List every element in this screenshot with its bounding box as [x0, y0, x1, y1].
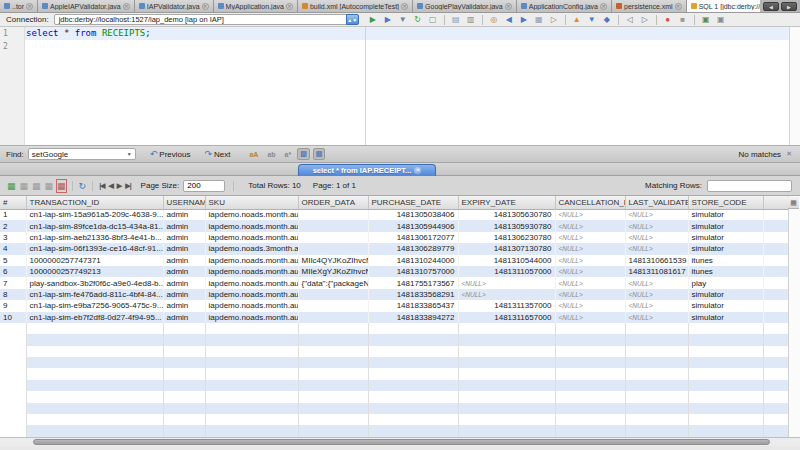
empty-table-cell: [458, 414, 555, 425]
close-tab-icon[interactable]: ✕: [26, 3, 33, 10]
close-tab-icon[interactable]: ✕: [123, 3, 130, 10]
insert-record-icon[interactable]: ▦: [20, 180, 29, 192]
open-file-icon[interactable]: ▤: [450, 14, 462, 26]
close-result-tab-icon[interactable]: ✕: [414, 167, 421, 174]
find-next-button[interactable]: ↷ Next: [204, 149, 230, 159]
page-size-input[interactable]: [183, 180, 225, 192]
editor-tab[interactable]: build.xml [AutocompleteTest]✕: [298, 0, 413, 12]
close-tab-icon[interactable]: ✕: [202, 3, 209, 10]
table-cell: MIIc4QYJKoZIhvcNAQc...: [298, 255, 368, 266]
find-icon[interactable]: ◎: [488, 14, 500, 26]
close-tab-icon[interactable]: ✕: [675, 3, 682, 10]
table-row[interactable]: 9cn1-iap-sim-e9ba7256-9065-475c-9...admi…: [0, 300, 788, 311]
sql-code-line[interactable]: select * from RECEIPTS;: [26, 27, 151, 40]
table-row[interactable]: 10cn1-iap-sim-eb7f2df8-0d27-4f94-95...ad…: [0, 312, 788, 323]
table-cell: admin: [163, 243, 205, 254]
next-match-icon[interactable]: ▶: [518, 14, 530, 26]
close-find-bar-icon[interactable]: ✕: [786, 150, 792, 158]
table-row[interactable]: 51000000257747371adminiapdemo.noads.mont…: [0, 255, 788, 266]
column-header[interactable]: SKU: [205, 196, 298, 209]
result-tab[interactable]: select * from IAP.RECEIPT... ✕: [298, 164, 436, 176]
run-macro-icon[interactable]: ■: [677, 14, 689, 26]
column-header[interactable]: STORE_CODE: [688, 196, 763, 209]
shift-right-icon[interactable]: ▷: [639, 14, 651, 26]
editor-tab[interactable]: ..tor✕: [0, 0, 38, 12]
editor-tab[interactable]: AppleIAPValidator.java✕: [38, 0, 135, 12]
editor-tab[interactable]: persistence.xml✕: [612, 0, 687, 12]
record-macro-icon[interactable]: ●: [662, 14, 674, 26]
horizontal-scrollbar-thumb[interactable]: [33, 439, 770, 445]
table-row[interactable]: 2cn1-iap-sim-89fce1da-dc15-434a-81...adm…: [0, 220, 788, 231]
sql-editor[interactable]: 1 2 select * from RECEIPTS;: [0, 27, 800, 145]
last-page-icon[interactable]: ▶|: [125, 180, 130, 192]
editor-tab[interactable]: SQL 1 [jdbc:derby://localhost:15...]✕: [687, 0, 760, 12]
connection-dropdown-icon[interactable]: ▲▼: [346, 14, 359, 25]
paste-icon[interactable]: ▷: [548, 14, 560, 26]
close-tab-icon[interactable]: ✕: [401, 3, 408, 10]
column-settings-icon[interactable]: ▦: [788, 197, 799, 209]
connection-combobox[interactable]: jdbc:derby://localhost:1527/iap_demo [ia…: [54, 14, 359, 25]
column-header[interactable]: LAST_VALIDATED: [625, 196, 688, 209]
horizontal-scrollbar[interactable]: [0, 437, 800, 446]
first-page-icon[interactable]: |◀: [99, 180, 104, 192]
back-icon[interactable]: ▼: [586, 14, 598, 26]
wrap-around-icon[interactable]: ▤: [313, 148, 326, 160]
empty-table-cell: [688, 357, 763, 368]
run-statement-icon[interactable]: ▶: [382, 14, 394, 26]
table-row[interactable]: 1cn1-iap-sim-15a961a5-209c-4638-9...admi…: [0, 209, 788, 220]
column-header[interactable]: USERNAME: [163, 196, 205, 209]
table-row[interactable]: 7play-sandbox-3b2f0f6c-a9e0-4ed8-b...adm…: [0, 277, 788, 288]
column-header[interactable]: TRANSACTION_ID: [26, 196, 163, 209]
editor-scrollbar-track[interactable]: [789, 27, 800, 145]
refresh-records-icon[interactable]: ↻: [79, 180, 87, 192]
copy-icon[interactable]: ▦: [533, 14, 545, 26]
matching-rows-input[interactable]: [707, 180, 792, 192]
previous-page-icon[interactable]: ◀: [108, 180, 112, 192]
shift-left-icon[interactable]: ◁: [624, 14, 636, 26]
next-page-icon[interactable]: ▶: [117, 180, 121, 192]
delete-record-icon[interactable]: ▦: [32, 180, 41, 192]
sql-history-icon[interactable]: ▼: [397, 14, 409, 26]
forward-icon[interactable]: ◆: [601, 14, 613, 26]
editor-tab[interactable]: ApplicationConfig.java✕: [517, 0, 612, 12]
new-file-icon[interactable]: ▢: [427, 14, 439, 26]
truncate-table-icon[interactable]: ▦: [57, 180, 66, 192]
close-tab-icon[interactable]: ✕: [505, 3, 512, 10]
empty-table-cell: [625, 403, 688, 414]
comment-icon[interactable]: ▣: [700, 14, 712, 26]
column-header[interactable]: ORDER_DATA: [298, 196, 368, 209]
find-input[interactable]: setGoogle ▼: [28, 148, 136, 160]
matched-rows-icon[interactable]: ▦: [7, 180, 16, 192]
scroll-tabs-left-icon[interactable]: ◀: [763, 2, 779, 11]
table-row[interactable]: 8cn1-iap-sim-fe476add-811c-4bf4-84...adm…: [0, 289, 788, 300]
column-header[interactable]: CANCELLATION_DATE: [555, 196, 625, 209]
previous-match-icon[interactable]: ◀: [503, 14, 515, 26]
find-dropdown-icon[interactable]: ▼: [124, 151, 135, 157]
close-tab-icon[interactable]: ✕: [286, 3, 293, 10]
editor-tab[interactable]: IAPValidator.java✕: [135, 0, 214, 12]
table-cell: 1: [0, 209, 26, 220]
regex-icon[interactable]: a*: [282, 149, 295, 160]
table-row[interactable]: 3cn1-iap-sim-aeb21336-8bf3-4e41-b...admi…: [0, 232, 788, 243]
scroll-tabs-right-icon[interactable]: ▶: [781, 2, 797, 11]
column-header[interactable]: EXPIRY_DATE: [458, 196, 555, 209]
export-data-icon[interactable]: ▥: [465, 14, 477, 26]
table-row[interactable]: 61000000257749213adminiapdemo.noads.mont…: [0, 266, 788, 277]
editor-tab[interactable]: GooglePlayValidator.java✕: [413, 0, 517, 12]
last-edit-icon[interactable]: ▲: [571, 14, 583, 26]
connect-icon[interactable]: ↻: [412, 14, 424, 26]
grid-scrollbar-track[interactable]: [788, 196, 800, 437]
highlight-results-icon[interactable]: ▧: [297, 148, 310, 160]
match-case-icon[interactable]: aA: [246, 149, 261, 160]
find-previous-button[interactable]: ↶ Previous: [150, 149, 191, 159]
commit-record-icon[interactable]: ▦: [45, 180, 54, 192]
table-cell: [298, 243, 368, 254]
close-tab-icon[interactable]: ✕: [600, 3, 607, 10]
column-header[interactable]: PURCHASE_DATE: [368, 196, 458, 209]
table-row[interactable]: 4cn1-iap-sim-06f1393e-ce16-48cf-91...adm…: [0, 243, 788, 254]
uncomment-icon[interactable]: ▣: [715, 14, 727, 26]
editor-tab[interactable]: MyApplication.java✕: [214, 0, 298, 12]
whole-words-icon[interactable]: ab: [264, 149, 278, 160]
run-sql-icon[interactable]: ▶: [367, 14, 379, 26]
column-header[interactable]: #: [0, 196, 26, 209]
